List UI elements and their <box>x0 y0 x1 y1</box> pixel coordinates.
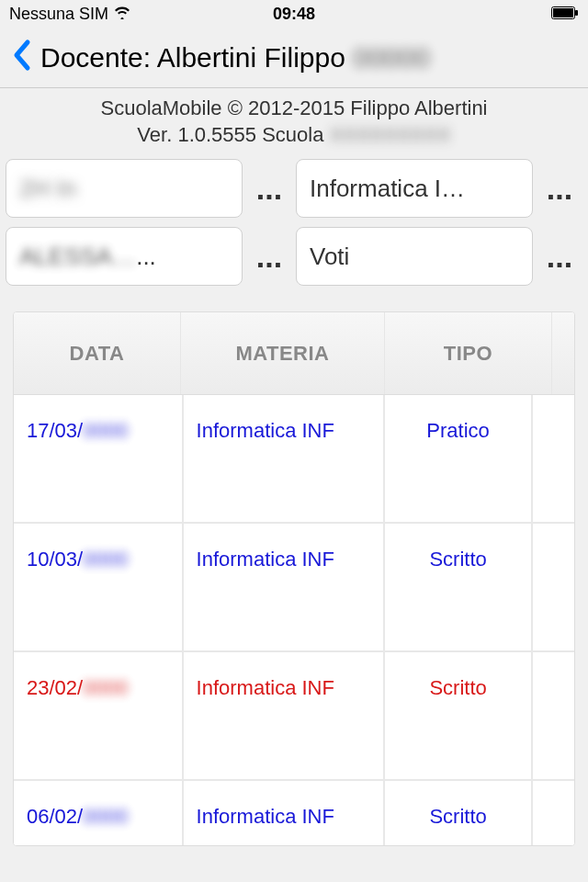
cell-tipo: Scritto <box>385 652 533 779</box>
cell-tipo: Pratico <box>385 395 533 522</box>
date-obscured: 0000 <box>83 419 128 443</box>
svg-rect-1 <box>553 8 573 17</box>
svg-rect-2 <box>575 10 578 16</box>
view-filter[interactable]: Voti <box>296 227 533 286</box>
table-row[interactable]: 23/02/0000 Informatica INF Scritto <box>14 652 574 781</box>
cell-materia: Informatica INF <box>184 524 386 650</box>
cell-extra <box>533 652 574 779</box>
subject-filter[interactable]: Informatica I… <box>296 159 533 218</box>
subject-more-button[interactable]: ... <box>537 171 582 207</box>
filters-grid: 2H In ... Informatica I… ... ALESSA… ...… <box>0 159 588 299</box>
copyright-text: ScuolaMobile © 2012-2015 Filippo Alberti… <box>0 96 588 122</box>
version-line: Ver. 1.0.5555 Scuola XXXXXXXXX <box>0 122 588 149</box>
cell-extra <box>533 395 574 522</box>
date-obscured: 0000 <box>83 676 128 700</box>
cell-extra <box>533 781 574 845</box>
view-more-button[interactable]: ... <box>537 239 582 275</box>
student-filter[interactable]: ALESSA… ... <box>6 227 243 286</box>
page-title-obscured: 00000 <box>353 42 429 73</box>
cell-materia: Informatica INF <box>184 781 386 845</box>
cell-tipo: Scritto <box>385 781 533 845</box>
status-left: Nessuna SIM <box>9 5 130 24</box>
cell-data: 10/03/0000 <box>14 524 184 650</box>
cell-materia: Informatica INF <box>184 395 386 522</box>
cell-materia: Informatica INF <box>184 652 386 779</box>
header-materia[interactable]: MATERIA <box>181 312 385 394</box>
status-time: 09:48 <box>273 5 315 24</box>
view-filter-value: Voti <box>310 243 349 271</box>
student-filter-value: ALESSA… <box>19 243 136 271</box>
back-button[interactable] <box>11 39 40 77</box>
battery-icon <box>551 5 579 24</box>
date-obscured: 0000 <box>83 805 128 829</box>
student-filter-ellipsis: ... <box>136 243 156 271</box>
wifi-icon <box>114 5 130 24</box>
date-prefix: 17/03/ <box>27 419 83 443</box>
date-obscured: 0000 <box>83 548 128 571</box>
date-prefix: 23/02/ <box>27 676 83 700</box>
header-tipo[interactable]: TIPO <box>385 312 552 394</box>
class-filter[interactable]: 2H In <box>6 159 243 218</box>
grades-table: DATA MATERIA TIPO 17/03/0000 Informatica… <box>13 311 575 846</box>
date-prefix: 06/02/ <box>27 805 83 829</box>
sim-status: Nessuna SIM <box>9 5 108 24</box>
nav-bar: Docente: Albertini Filippo 00000 <box>0 28 588 88</box>
cell-data: 23/02/0000 <box>14 652 184 779</box>
version-obscured: XXXXXXXXX <box>330 123 451 146</box>
page-title-text: Docente: Albertini Filippo <box>40 42 345 73</box>
cell-data: 17/03/0000 <box>14 395 184 522</box>
class-filter-value: 2H In <box>19 175 76 203</box>
subject-filter-value: Informatica I… <box>310 175 465 203</box>
status-bar: Nessuna SIM 09:48 <box>0 0 588 28</box>
class-more-button[interactable]: ... <box>246 171 292 207</box>
cell-extra <box>533 524 574 650</box>
page-title: Docente: Albertini Filippo 00000 <box>40 42 577 74</box>
table-body[interactable]: 17/03/0000 Informatica INF Pratico 10/03… <box>14 395 574 845</box>
table-row[interactable]: 10/03/0000 Informatica INF Scritto <box>14 524 574 652</box>
table-row[interactable]: 06/02/0000 Informatica INF Scritto <box>14 781 574 845</box>
app-info: ScuolaMobile © 2012-2015 Filippo Alberti… <box>0 88 588 159</box>
version-text: Ver. 1.0.5555 Scuola <box>137 123 323 146</box>
status-right <box>551 5 579 24</box>
header-data[interactable]: DATA <box>14 312 181 394</box>
cell-tipo: Scritto <box>385 524 533 650</box>
table-row[interactable]: 17/03/0000 Informatica INF Pratico <box>14 395 574 524</box>
header-extra <box>552 312 574 394</box>
table-header: DATA MATERIA TIPO <box>14 312 574 395</box>
cell-data: 06/02/0000 <box>14 781 184 845</box>
date-prefix: 10/03/ <box>27 548 83 571</box>
student-more-button[interactable]: ... <box>246 239 292 275</box>
